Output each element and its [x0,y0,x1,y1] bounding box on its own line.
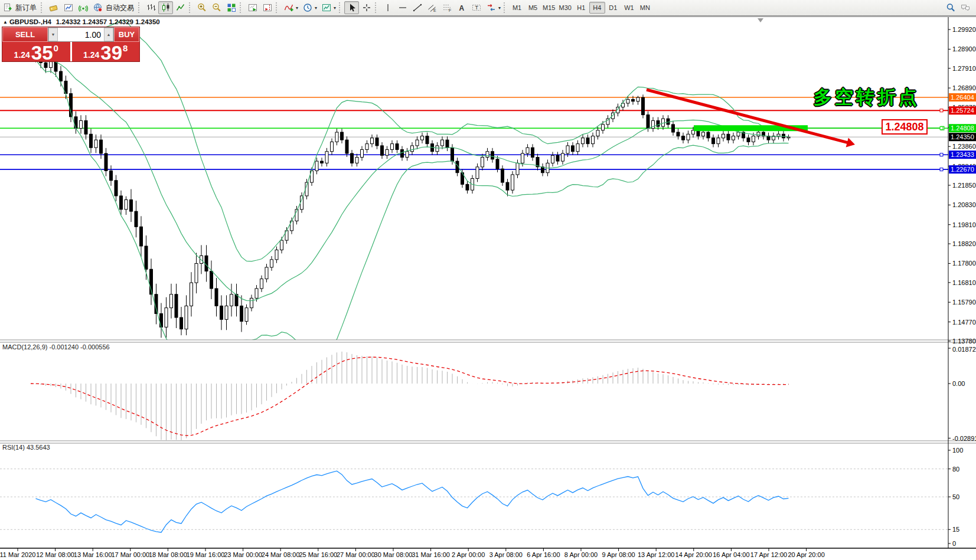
svg-text:1.28900: 1.28900 [952,45,976,53]
collapse-icon[interactable]: ▲ [3,19,8,25]
one-click-trade-panel: SELL ▼ 1.00 ▲ BUY 1.24 35 0 1.24 39 8 [2,27,140,62]
svg-text:11 Mar 2020: 11 Mar 2020 [0,551,35,558]
buy-price[interactable]: 1.24 39 8 [72,42,140,61]
svg-text:-0.028913: -0.028913 [952,435,976,442]
sell-price-prefix: 1.24 [14,51,30,59]
svg-text:80: 80 [952,466,959,473]
svg-text:23 Mar 00:00: 23 Mar 00:00 [224,551,262,558]
buy-button[interactable]: BUY [114,27,139,42]
svg-text:16 Apr 04:00: 16 Apr 04:00 [713,551,749,558]
mt4-window: 新订单自动交易▾▾▾EFAT▾M1M5M15M30H1H4D1W1MN 1.29… [0,0,976,560]
price-callout-box[interactable]: 1.24808 [882,119,928,135]
svg-text:27 Mar 00:00: 27 Mar 00:00 [337,551,375,558]
svg-text:1.20830: 1.20830 [952,201,976,208]
chart-canvas[interactable]: 1.299201.289001.279101.268901.258701.248… [0,0,976,560]
line-handle[interactable] [940,109,943,112]
svg-text:1.22670: 1.22670 [951,166,974,173]
volume-stepper: ▼ 1.00 ▲ [48,27,114,42]
svg-text:0.00: 0.00 [952,380,965,387]
volume-value[interactable]: 1.00 [58,28,104,41]
svg-text:25 Mar 16:00: 25 Mar 16:00 [299,551,337,558]
svg-text:15: 15 [952,526,959,533]
svg-text:1.27910: 1.27910 [952,65,976,72]
svg-text:30 Mar 08:00: 30 Mar 08:00 [374,551,413,558]
svg-text:31 Mar 16:00: 31 Mar 16:00 [412,551,450,558]
svg-text:24 Mar 08:00: 24 Mar 08:00 [262,551,300,558]
svg-text:1.29920: 1.29920 [952,26,976,33]
svg-text:3 Apr 08:00: 3 Apr 08:00 [489,551,523,558]
sell-price[interactable]: 1.24 35 0 [2,42,72,61]
svg-text:19 Mar 16:00: 19 Mar 16:00 [187,551,225,558]
svg-text:50: 50 [952,493,959,500]
svg-text:1.18820: 1.18820 [952,240,976,247]
svg-text:1.24350: 1.24350 [951,133,974,140]
svg-text:1.17800: 1.17800 [952,260,976,267]
buy-price-point: 8 [123,44,128,53]
svg-text:8 Apr 00:00: 8 Apr 00:00 [564,551,598,558]
svg-text:0: 0 [952,540,956,547]
svg-text:1.26890: 1.26890 [952,84,976,91]
volume-up-button[interactable]: ▲ [104,28,113,41]
svg-text:17 Apr 12:00: 17 Apr 12:00 [750,551,787,558]
svg-text:1.21850: 1.21850 [952,182,976,189]
svg-text:6 Apr 16:00: 6 Apr 16:00 [527,551,560,558]
sell-price-pips: 35 [31,45,53,61]
sell-price-point: 0 [54,44,58,53]
svg-text:20 Apr 20:00: 20 Apr 20:00 [788,551,824,558]
ohlc-values: 1.24332 1.24357 1.24329 1.24350 [56,18,160,25]
svg-text:1.13780: 1.13780 [952,338,976,345]
svg-text:1.23860: 1.23860 [952,143,976,150]
svg-text:100: 100 [952,447,963,454]
svg-text:9 Apr 08:00: 9 Apr 08:00 [602,551,635,558]
svg-text:1.25724: 1.25724 [951,107,974,114]
svg-text:1.23433: 1.23433 [951,151,974,158]
turning-point-annotation[interactable]: 多空转折点 [814,85,920,110]
svg-text:18 Mar 08:00: 18 Mar 08:00 [149,551,187,558]
svg-text:2 Apr 00:00: 2 Apr 00:00 [452,551,485,558]
macd-indicator-label: MACD(12,26,9) -0.001240 -0.000556 [2,343,110,351]
svg-text:12 Mar 08:00: 12 Mar 08:00 [36,551,74,558]
rsi-indicator-label: RSI(14) 43.5643 [2,444,50,451]
sell-button[interactable]: SELL [2,27,48,42]
svg-text:1.24808: 1.24808 [951,125,974,132]
svg-text:1.15790: 1.15790 [952,299,976,306]
line-handle[interactable] [940,168,943,171]
svg-text:14 Apr 20:00: 14 Apr 20:00 [675,551,712,558]
symbol-ohlc-line: ▲GBPUSD-,H41.24332 1.24357 1.24329 1.243… [3,18,160,25]
svg-text:1.26404: 1.26404 [951,94,974,101]
svg-text:1.19810: 1.19810 [952,221,976,228]
buy-price-prefix: 1.24 [83,51,99,59]
svg-text:17 Mar 00:00: 17 Mar 00:00 [111,551,149,558]
line-handle[interactable] [940,153,943,156]
volume-down-button[interactable]: ▼ [48,28,58,41]
line-handle[interactable] [940,127,943,130]
svg-text:1.16810: 1.16810 [952,279,976,286]
svg-text:1.14770: 1.14770 [952,319,976,326]
svg-text:13 Apr 12:00: 13 Apr 12:00 [638,551,674,558]
symbol-name: GBPUSD-,H4 [9,18,51,25]
svg-text:0.018721: 0.018721 [952,346,976,353]
buy-price-pips: 39 [100,45,122,61]
svg-text:13 Mar 16:00: 13 Mar 16:00 [74,551,112,558]
